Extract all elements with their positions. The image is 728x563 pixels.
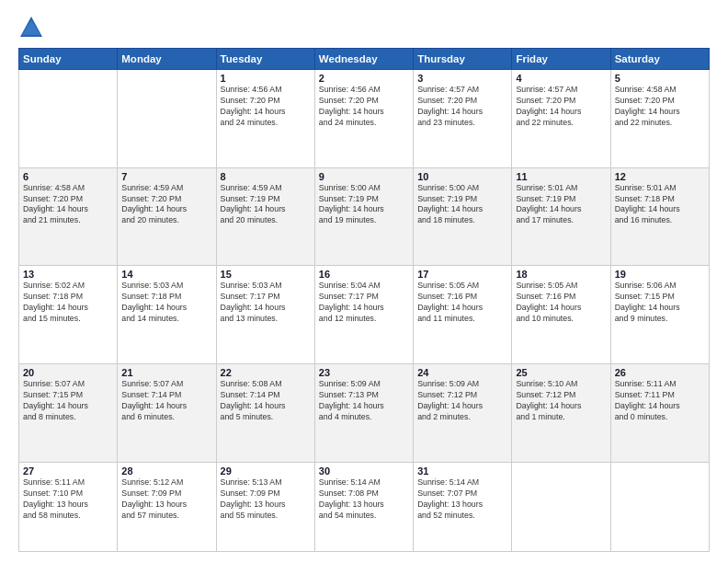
calendar-cell: 12Sunrise: 5:01 AMSunset: 7:18 PMDayligh… [610,167,709,266]
day-number: 20 [23,367,113,378]
calendar-cell: 30Sunrise: 5:14 AMSunset: 7:08 PMDayligh… [314,462,413,551]
header [18,15,710,40]
calendar-cell: 31Sunrise: 5:14 AMSunset: 7:07 PMDayligh… [414,462,512,551]
calendar-cell [118,70,216,168]
day-info: Sunrise: 4:56 AMSunset: 7:20 PMDaylight:… [221,85,311,129]
day-number: 27 [23,465,113,477]
calendar-cell: 7Sunrise: 4:59 AMSunset: 7:20 PMDaylight… [118,167,216,266]
calendar-cell: 13Sunrise: 5:02 AMSunset: 7:18 PMDayligh… [19,266,118,364]
weekday-header: Thursday [414,49,512,70]
day-number: 28 [121,465,211,477]
day-info: Sunrise: 5:10 AMSunset: 7:12 PMDaylight:… [516,379,606,423]
calendar-cell: 26Sunrise: 5:11 AMSunset: 7:11 PMDayligh… [610,364,709,463]
day-number: 2 [319,73,409,84]
day-info: Sunrise: 5:07 AMSunset: 7:15 PMDaylight:… [23,379,113,423]
day-number: 23 [319,367,409,378]
day-number: 15 [221,269,311,280]
day-number: 1 [221,73,311,84]
calendar-week-row: 1Sunrise: 4:56 AMSunset: 7:20 PMDaylight… [19,70,710,168]
day-info: Sunrise: 4:58 AMSunset: 7:20 PMDaylight:… [615,85,705,129]
calendar-cell: 24Sunrise: 5:09 AMSunset: 7:12 PMDayligh… [414,364,512,463]
calendar-week-row: 6Sunrise: 4:58 AMSunset: 7:20 PMDaylight… [19,167,710,266]
day-number: 21 [121,367,211,378]
day-info: Sunrise: 4:58 AMSunset: 7:20 PMDaylight:… [23,183,113,227]
day-info: Sunrise: 5:09 AMSunset: 7:12 PMDaylight:… [417,379,507,423]
day-number: 29 [221,465,311,477]
page: SundayMondayTuesdayWednesdayThursdayFrid… [0,0,728,563]
day-number: 12 [615,171,705,182]
day-info: Sunrise: 5:03 AMSunset: 7:17 PMDaylight:… [221,281,311,325]
calendar-cell: 14Sunrise: 5:03 AMSunset: 7:18 PMDayligh… [118,266,216,364]
day-number: 22 [221,367,311,378]
logo-icon [18,15,44,40]
calendar-cell: 22Sunrise: 5:08 AMSunset: 7:14 PMDayligh… [216,364,314,463]
day-info: Sunrise: 5:14 AMSunset: 7:08 PMDaylight:… [319,477,409,522]
calendar-cell: 1Sunrise: 4:56 AMSunset: 7:20 PMDaylight… [216,70,314,168]
weekday-header: Saturday [610,49,709,70]
day-number: 25 [516,367,606,378]
day-number: 3 [417,73,507,84]
day-number: 19 [615,269,705,280]
calendar-cell: 5Sunrise: 4:58 AMSunset: 7:20 PMDaylight… [610,70,709,168]
day-info: Sunrise: 5:05 AMSunset: 7:16 PMDaylight:… [516,281,606,325]
calendar-cell: 15Sunrise: 5:03 AMSunset: 7:17 PMDayligh… [216,266,314,364]
calendar-cell: 9Sunrise: 5:00 AMSunset: 7:19 PMDaylight… [314,167,413,266]
day-number: 16 [319,269,409,280]
day-number: 30 [319,465,409,477]
calendar-cell: 25Sunrise: 5:10 AMSunset: 7:12 PMDayligh… [512,364,610,463]
calendar-cell: 4Sunrise: 4:57 AMSunset: 7:20 PMDaylight… [512,70,610,168]
day-number: 6 [23,171,113,182]
calendar-cell: 16Sunrise: 5:04 AMSunset: 7:17 PMDayligh… [314,266,413,364]
weekday-header: Monday [118,49,216,70]
day-number: 17 [417,269,507,280]
calendar-cell [610,462,709,551]
calendar-table: SundayMondayTuesdayWednesdayThursdayFrid… [18,48,710,552]
calendar-cell: 17Sunrise: 5:05 AMSunset: 7:16 PMDayligh… [414,266,512,364]
day-info: Sunrise: 5:04 AMSunset: 7:17 PMDaylight:… [319,281,409,325]
svg-marker-1 [22,20,40,35]
day-info: Sunrise: 5:06 AMSunset: 7:15 PMDaylight:… [615,281,705,325]
calendar-cell: 19Sunrise: 5:06 AMSunset: 7:15 PMDayligh… [610,266,709,364]
day-number: 7 [121,171,211,182]
day-info: Sunrise: 5:01 AMSunset: 7:18 PMDaylight:… [615,183,705,227]
logo [18,15,48,40]
day-info: Sunrise: 5:11 AMSunset: 7:10 PMDaylight:… [23,477,113,522]
day-number: 8 [221,171,311,182]
calendar-cell: 2Sunrise: 4:56 AMSunset: 7:20 PMDaylight… [314,70,413,168]
day-info: Sunrise: 4:56 AMSunset: 7:20 PMDaylight:… [319,85,409,129]
day-info: Sunrise: 5:08 AMSunset: 7:14 PMDaylight:… [221,379,311,423]
day-number: 10 [417,171,507,182]
calendar-cell: 18Sunrise: 5:05 AMSunset: 7:16 PMDayligh… [512,266,610,364]
day-number: 9 [319,171,409,182]
day-info: Sunrise: 5:09 AMSunset: 7:13 PMDaylight:… [319,379,409,423]
calendar-cell: 6Sunrise: 4:58 AMSunset: 7:20 PMDaylight… [19,167,118,266]
calendar-cell [512,462,610,551]
calendar-cell: 23Sunrise: 5:09 AMSunset: 7:13 PMDayligh… [314,364,413,463]
day-info: Sunrise: 5:11 AMSunset: 7:11 PMDaylight:… [615,379,705,423]
day-info: Sunrise: 4:57 AMSunset: 7:20 PMDaylight:… [516,85,606,129]
calendar-cell: 28Sunrise: 5:12 AMSunset: 7:09 PMDayligh… [118,462,216,551]
day-info: Sunrise: 4:57 AMSunset: 7:20 PMDaylight:… [417,85,507,129]
weekday-header: Tuesday [216,49,314,70]
weekday-header: Sunday [19,49,118,70]
day-number: 4 [516,73,606,84]
calendar-cell: 27Sunrise: 5:11 AMSunset: 7:10 PMDayligh… [19,462,118,551]
calendar-week-row: 13Sunrise: 5:02 AMSunset: 7:18 PMDayligh… [19,266,710,364]
day-number: 26 [615,367,705,378]
calendar-cell: 8Sunrise: 4:59 AMSunset: 7:19 PMDaylight… [216,167,314,266]
calendar-cell: 11Sunrise: 5:01 AMSunset: 7:19 PMDayligh… [512,167,610,266]
day-number: 24 [417,367,507,378]
day-info: Sunrise: 5:02 AMSunset: 7:18 PMDaylight:… [23,281,113,325]
weekday-header-row: SundayMondayTuesdayWednesdayThursdayFrid… [19,49,710,70]
calendar-cell: 10Sunrise: 5:00 AMSunset: 7:19 PMDayligh… [414,167,512,266]
calendar-week-row: 20Sunrise: 5:07 AMSunset: 7:15 PMDayligh… [19,364,710,463]
calendar-cell: 21Sunrise: 5:07 AMSunset: 7:14 PMDayligh… [118,364,216,463]
day-info: Sunrise: 4:59 AMSunset: 7:19 PMDaylight:… [221,183,311,227]
calendar-cell: 29Sunrise: 5:13 AMSunset: 7:09 PMDayligh… [216,462,314,551]
day-info: Sunrise: 5:00 AMSunset: 7:19 PMDaylight:… [319,183,409,227]
day-number: 5 [615,73,705,84]
calendar-cell: 20Sunrise: 5:07 AMSunset: 7:15 PMDayligh… [19,364,118,463]
day-number: 11 [516,171,606,182]
day-info: Sunrise: 5:01 AMSunset: 7:19 PMDaylight:… [516,183,606,227]
calendar-week-row: 27Sunrise: 5:11 AMSunset: 7:10 PMDayligh… [19,462,710,551]
